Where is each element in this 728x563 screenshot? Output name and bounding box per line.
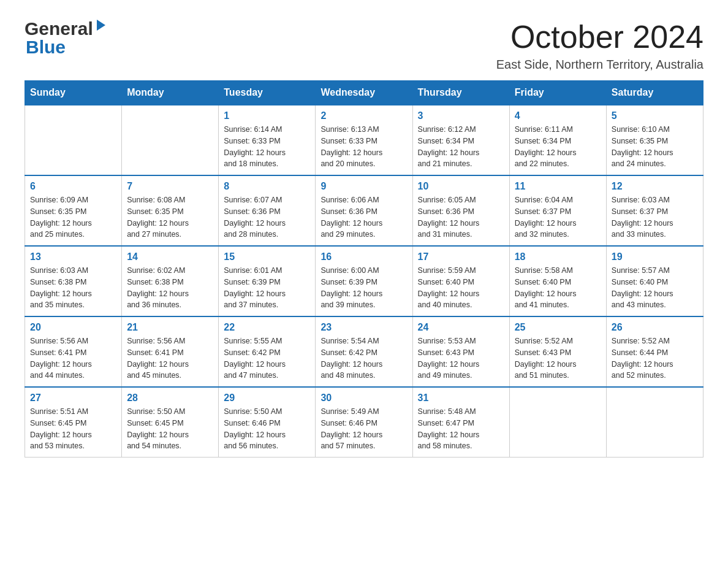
- day-number: 22: [224, 322, 310, 333]
- calendar-cell-w2-d6: 11Sunrise: 6:04 AM Sunset: 6:37 PM Dayli…: [509, 175, 606, 246]
- calendar-cell-w4-d7: 26Sunrise: 5:52 AM Sunset: 6:44 PM Dayli…: [606, 316, 703, 387]
- calendar-cell-w4-d3: 22Sunrise: 5:55 AM Sunset: 6:42 PM Dayli…: [219, 316, 316, 387]
- calendar-cell-w4-d6: 25Sunrise: 5:52 AM Sunset: 6:43 PM Dayli…: [509, 316, 606, 387]
- day-info: Sunrise: 6:03 AM Sunset: 6:37 PM Dayligh…: [612, 194, 698, 240]
- calendar-week-3: 13Sunrise: 6:03 AM Sunset: 6:38 PM Dayli…: [25, 246, 703, 316]
- location-title: East Side, Northern Territory, Australia: [496, 58, 703, 72]
- day-number: 2: [320, 110, 407, 121]
- title-area: October 2024 East Side, Northern Territo…: [496, 18, 703, 72]
- calendar-cell-w5-d5: 31Sunrise: 5:48 AM Sunset: 6:47 PM Dayli…: [412, 387, 509, 458]
- day-number: 4: [515, 110, 601, 121]
- day-number: 9: [320, 181, 407, 192]
- day-number: 25: [515, 322, 601, 333]
- day-info: Sunrise: 6:00 AM Sunset: 6:39 PM Dayligh…: [320, 265, 407, 311]
- calendar-cell-w1-d1: [25, 105, 122, 175]
- header-thursday: Thursday: [412, 81, 509, 105]
- calendar-cell-w2-d4: 9Sunrise: 6:06 AM Sunset: 6:36 PM Daylig…: [316, 175, 412, 246]
- day-info: Sunrise: 6:02 AM Sunset: 6:38 PM Dayligh…: [127, 265, 213, 311]
- day-number: 24: [418, 322, 504, 333]
- calendar-week-4: 20Sunrise: 5:56 AM Sunset: 6:41 PM Dayli…: [25, 316, 703, 387]
- day-info: Sunrise: 5:50 AM Sunset: 6:45 PM Dayligh…: [127, 406, 213, 452]
- calendar-cell-w1-d3: 1Sunrise: 6:14 AM Sunset: 6:33 PM Daylig…: [219, 105, 316, 175]
- day-info: Sunrise: 5:54 AM Sunset: 6:42 PM Dayligh…: [320, 335, 407, 381]
- calendar-cell-w1-d7: 5Sunrise: 6:10 AM Sunset: 6:35 PM Daylig…: [606, 105, 703, 175]
- calendar-cell-w3-d2: 14Sunrise: 6:02 AM Sunset: 6:38 PM Dayli…: [122, 246, 219, 316]
- day-info: Sunrise: 5:49 AM Sunset: 6:46 PM Dayligh…: [320, 406, 407, 452]
- logo-blue-text: Blue: [26, 37, 66, 58]
- calendar-cell-w4-d4: 23Sunrise: 5:54 AM Sunset: 6:42 PM Dayli…: [316, 316, 412, 387]
- day-info: Sunrise: 5:53 AM Sunset: 6:43 PM Dayligh…: [418, 335, 504, 381]
- svg-marker-0: [97, 20, 105, 31]
- calendar-cell-w5-d3: 29Sunrise: 5:50 AM Sunset: 6:46 PM Dayli…: [219, 387, 316, 458]
- day-info: Sunrise: 6:12 AM Sunset: 6:34 PM Dayligh…: [418, 124, 504, 170]
- day-info: Sunrise: 5:52 AM Sunset: 6:44 PM Dayligh…: [612, 335, 698, 381]
- header-wednesday: Wednesday: [316, 81, 412, 105]
- header-tuesday: Tuesday: [219, 81, 316, 105]
- day-info: Sunrise: 6:13 AM Sunset: 6:33 PM Dayligh…: [320, 124, 407, 170]
- day-number: 10: [418, 181, 504, 192]
- day-number: 31: [418, 393, 504, 404]
- day-info: Sunrise: 6:07 AM Sunset: 6:36 PM Dayligh…: [224, 194, 310, 240]
- calendar-cell-w2-d7: 12Sunrise: 6:03 AM Sunset: 6:37 PM Dayli…: [606, 175, 703, 246]
- day-info: Sunrise: 6:14 AM Sunset: 6:33 PM Dayligh…: [224, 124, 310, 170]
- day-number: 23: [320, 322, 407, 333]
- day-info: Sunrise: 5:55 AM Sunset: 6:42 PM Dayligh…: [224, 335, 310, 381]
- day-info: Sunrise: 5:56 AM Sunset: 6:41 PM Dayligh…: [30, 335, 116, 381]
- day-number: 11: [515, 181, 601, 192]
- day-info: Sunrise: 6:08 AM Sunset: 6:35 PM Dayligh…: [127, 194, 213, 240]
- calendar-cell-w5-d4: 30Sunrise: 5:49 AM Sunset: 6:46 PM Dayli…: [316, 387, 412, 458]
- calendar-cell-w2-d3: 8Sunrise: 6:07 AM Sunset: 6:36 PM Daylig…: [219, 175, 316, 246]
- day-number: 27: [30, 393, 116, 404]
- day-number: 14: [127, 251, 213, 262]
- calendar-cell-w3-d5: 17Sunrise: 5:59 AM Sunset: 6:40 PM Dayli…: [412, 246, 509, 316]
- calendar-cell-w5-d6: [509, 387, 606, 458]
- calendar-cell-w3-d1: 13Sunrise: 6:03 AM Sunset: 6:38 PM Dayli…: [25, 246, 122, 316]
- calendar-cell-w3-d7: 19Sunrise: 5:57 AM Sunset: 6:40 PM Dayli…: [606, 246, 703, 316]
- day-info: Sunrise: 5:59 AM Sunset: 6:40 PM Dayligh…: [418, 265, 504, 311]
- day-info: Sunrise: 6:10 AM Sunset: 6:35 PM Dayligh…: [612, 124, 698, 170]
- day-info: Sunrise: 6:01 AM Sunset: 6:39 PM Dayligh…: [224, 265, 310, 311]
- calendar-cell-w5-d1: 27Sunrise: 5:51 AM Sunset: 6:45 PM Dayli…: [25, 387, 122, 458]
- calendar-cell-w1-d2: [122, 105, 219, 175]
- day-info: Sunrise: 5:56 AM Sunset: 6:41 PM Dayligh…: [127, 335, 213, 381]
- logo-arrow-icon: [94, 18, 108, 34]
- day-number: 12: [612, 181, 698, 192]
- day-number: 30: [320, 393, 407, 404]
- day-info: Sunrise: 5:50 AM Sunset: 6:46 PM Dayligh…: [224, 406, 310, 452]
- day-number: 13: [30, 251, 116, 262]
- header-sunday: Sunday: [25, 81, 122, 105]
- calendar-cell-w5-d2: 28Sunrise: 5:50 AM Sunset: 6:45 PM Dayli…: [122, 387, 219, 458]
- calendar-week-1: 1Sunrise: 6:14 AM Sunset: 6:33 PM Daylig…: [25, 105, 703, 175]
- calendar-cell-w2-d5: 10Sunrise: 6:05 AM Sunset: 6:36 PM Dayli…: [412, 175, 509, 246]
- header-saturday: Saturday: [606, 81, 703, 105]
- calendar-cell-w4-d5: 24Sunrise: 5:53 AM Sunset: 6:43 PM Dayli…: [412, 316, 509, 387]
- calendar-cell-w3-d4: 16Sunrise: 6:00 AM Sunset: 6:39 PM Dayli…: [316, 246, 412, 316]
- calendar-cell-w3-d6: 18Sunrise: 5:58 AM Sunset: 6:40 PM Dayli…: [509, 246, 606, 316]
- calendar-header-row: Sunday Monday Tuesday Wednesday Thursday…: [25, 81, 703, 105]
- calendar-cell-w2-d1: 6Sunrise: 6:09 AM Sunset: 6:35 PM Daylig…: [25, 175, 122, 246]
- calendar-cell-w1-d4: 2Sunrise: 6:13 AM Sunset: 6:33 PM Daylig…: [316, 105, 412, 175]
- day-info: Sunrise: 6:06 AM Sunset: 6:36 PM Dayligh…: [320, 194, 407, 240]
- calendar-week-5: 27Sunrise: 5:51 AM Sunset: 6:45 PM Dayli…: [25, 387, 703, 458]
- calendar-cell-w4-d1: 20Sunrise: 5:56 AM Sunset: 6:41 PM Dayli…: [25, 316, 122, 387]
- page-header: General Blue October 2024 East Side, Nor…: [25, 18, 703, 72]
- day-info: Sunrise: 5:58 AM Sunset: 6:40 PM Dayligh…: [515, 265, 601, 311]
- day-number: 21: [127, 322, 213, 333]
- day-number: 28: [127, 393, 213, 404]
- logo-general-text: General: [25, 18, 93, 39]
- logo: General Blue: [25, 18, 108, 58]
- day-info: Sunrise: 6:04 AM Sunset: 6:37 PM Dayligh…: [515, 194, 601, 240]
- day-info: Sunrise: 6:05 AM Sunset: 6:36 PM Dayligh…: [418, 194, 504, 240]
- day-info: Sunrise: 6:03 AM Sunset: 6:38 PM Dayligh…: [30, 265, 116, 311]
- calendar-table: Sunday Monday Tuesday Wednesday Thursday…: [25, 80, 703, 458]
- day-number: 15: [224, 251, 310, 262]
- day-info: Sunrise: 5:57 AM Sunset: 6:40 PM Dayligh…: [612, 265, 698, 311]
- day-number: 6: [30, 181, 116, 192]
- calendar-cell-w2-d2: 7Sunrise: 6:08 AM Sunset: 6:35 PM Daylig…: [122, 175, 219, 246]
- day-info: Sunrise: 5:52 AM Sunset: 6:43 PM Dayligh…: [515, 335, 601, 381]
- day-number: 19: [612, 251, 698, 262]
- day-number: 1: [224, 110, 310, 121]
- calendar-week-2: 6Sunrise: 6:09 AM Sunset: 6:35 PM Daylig…: [25, 175, 703, 246]
- day-number: 26: [612, 322, 698, 333]
- day-number: 3: [418, 110, 504, 121]
